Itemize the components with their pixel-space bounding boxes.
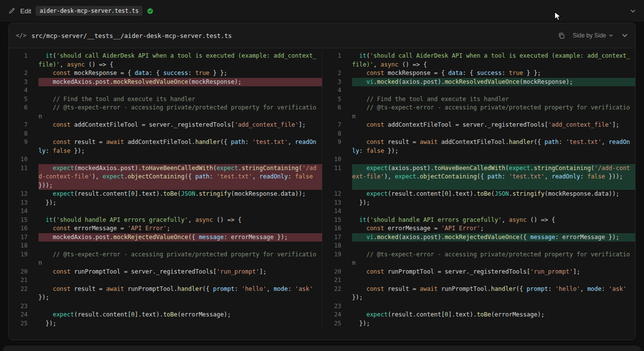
diff-line-right: 12 expect(result.content[0].text).toBe(J… — [322, 190, 635, 199]
diff-line-right: 20 const runPromptTool = server._registe… — [322, 268, 635, 277]
diff-line-right: 16 const errorMessage = 'API Error'; — [322, 224, 635, 233]
diff-line-right: 19 // @ts-expect-error - accessing priva… — [322, 250, 635, 268]
code-line: it('should handle API errors gracefully'… — [352, 216, 635, 225]
line-number: 4 — [322, 86, 352, 95]
line-number: 21 — [322, 276, 352, 285]
diff-row: 20 const runPromptTool = server._registe… — [9, 268, 635, 277]
code-line: expect(mockedAxios.post).toHaveBeenCalle… — [38, 164, 322, 190]
line-number: 7 — [9, 121, 38, 130]
code-line: expect(result.content[0].text).toBe(JSON… — [352, 190, 635, 199]
code-line: // Find the tool and execute its handler — [38, 95, 322, 104]
copy-button[interactable] — [558, 32, 565, 39]
line-number: 11 — [322, 164, 352, 190]
line-number: 8 — [9, 130, 38, 139]
code-line: mockedAxios.post.mockResolvedValueOnce(m… — [38, 78, 322, 87]
diff-row: 24 expect(result.content[0].text).toBe(e… — [9, 311, 635, 319]
code-line — [38, 86, 322, 95]
diff-line-right: 11 expect(axios.post).toHaveBeenCalledWi… — [322, 164, 635, 190]
diff-row: 2323 — [9, 302, 635, 311]
code-line — [352, 86, 635, 95]
diff-line-left: 16 const errorMessage = 'API Error'; — [9, 224, 322, 233]
diff-line-left: 12 expect(result.content[0].text).toBe(J… — [9, 190, 322, 199]
line-number: 15 — [9, 216, 38, 225]
diff-row: 1010 — [9, 155, 635, 164]
code-line: const addContextFileTool = server._regis… — [352, 121, 635, 130]
line-number: 5 — [322, 95, 352, 104]
line-number: 10 — [322, 155, 352, 164]
line-number: 23 — [9, 302, 38, 311]
line-number: 25 — [322, 319, 352, 328]
line-number: 12 — [322, 190, 352, 199]
line-number: 1 — [322, 52, 352, 69]
code-line: const result = await addContextFileTool.… — [352, 138, 635, 155]
code-line — [38, 130, 322, 139]
diff-panel-header: </> src/mcp-server/__tests__/aider-desk-… — [9, 23, 635, 48]
line-number: 22 — [9, 285, 38, 302]
diff-row: 22 const result = await runPromptTool.ha… — [9, 285, 635, 302]
line-number: 13 — [9, 199, 38, 208]
line-number: 20 — [322, 268, 352, 277]
diff-line-left: 22 const result = await runPromptTool.ha… — [9, 285, 322, 302]
code-line: const mockResponse = { data: { success: … — [38, 69, 322, 78]
header-actions: Side by Side — [558, 32, 628, 39]
diff-line-left: 19 // @ts-expect-error - accessing priva… — [9, 250, 322, 268]
diff-line-left: 21 — [9, 276, 322, 285]
line-number: 2 — [322, 69, 352, 78]
diff-row: 88 — [9, 130, 635, 139]
diff-line-left: 4 — [9, 86, 322, 95]
view-mode-dropdown[interactable]: Side by Side — [573, 32, 613, 39]
diff-line-left: 5 // Find the tool and execute its handl… — [9, 95, 322, 104]
code-line: // @ts-expect-error - accessing private/… — [352, 104, 635, 121]
line-number: 13 — [322, 199, 352, 208]
diff-line-right: 3 vi.mocked(axios.post).mockResolvedValu… — [322, 78, 635, 87]
tool-message-header[interactable]: Edit aider-desk-mcp-server.test.ts — [0, 0, 644, 22]
line-number: 21 — [9, 276, 38, 285]
diff-line-right: 15 it('should handle API errors graceful… — [322, 216, 635, 225]
diff-row: 13 });13 }); — [9, 199, 635, 208]
code-line: }); — [38, 199, 322, 208]
line-number: 18 — [322, 242, 352, 250]
line-number: 6 — [322, 104, 352, 121]
line-number: 5 — [9, 95, 38, 104]
code-line: const result = await runPromptTool.handl… — [38, 285, 322, 302]
diff-line-right: 4 — [322, 86, 635, 95]
diff-line-right: 7 const addContextFileTool = server._reg… — [322, 121, 635, 130]
line-number: 16 — [322, 224, 352, 233]
line-number: 19 — [322, 250, 352, 268]
code-line: const errorMessage = 'API Error'; — [38, 224, 322, 233]
diff-body: 1 it('should call AiderDesk API when a t… — [9, 48, 635, 340]
diff-line-left: 6 // @ts-expect-error - accessing privat… — [9, 104, 322, 121]
file-badge: aider-desk-mcp-server.test.ts — [36, 6, 143, 16]
code-icon: </> — [16, 32, 27, 39]
diff-row: 12 expect(result.content[0].text).toBe(J… — [9, 190, 635, 199]
code-line — [352, 242, 635, 250]
diff-line-right: 17 vi.mocked(axios.post).mockRejectedVal… — [322, 233, 635, 242]
diff-line-left: 8 — [9, 130, 322, 139]
line-number: 10 — [9, 155, 38, 164]
diff-line-right: 24 expect(result.content[0].text).toBe(e… — [322, 311, 635, 319]
diff-row: 25 });25 }); — [9, 319, 635, 328]
code-line: // @ts-expect-error - accessing private/… — [38, 250, 322, 268]
line-number: 3 — [9, 78, 38, 87]
bottom-panel-peek — [3, 346, 641, 351]
diff-row: 5 // Find the tool and execute its handl… — [9, 95, 635, 104]
line-number: 12 — [9, 190, 38, 199]
diff-row: 1414 — [9, 207, 635, 216]
code-line — [38, 207, 322, 216]
code-line: expect(axios.post).toHaveBeenCalledWith(… — [352, 164, 635, 190]
diff-line-left: 17 mockedAxios.post.mockRejectedValueOnc… — [9, 233, 322, 242]
diff-line-left: 3 mockedAxios.post.mockResolvedValueOnce… — [9, 78, 322, 87]
line-number: 7 — [322, 121, 352, 130]
file-path: src/mcp-server/__tests__/aider-desk-mcp-… — [32, 32, 232, 39]
diff-line-left: 13 }); — [9, 199, 322, 208]
action-label: Edit — [20, 7, 31, 15]
diff-line-right: 8 — [322, 130, 635, 139]
line-number: 4 — [9, 86, 38, 95]
diff-line-left: 11 expect(mockedAxios.post).toHaveBeenCa… — [9, 164, 322, 190]
collapse-chevron-icon[interactable] — [630, 8, 636, 14]
code-line: const result = await addContextFileTool.… — [38, 138, 322, 155]
panel-collapse-chevron-icon[interactable] — [621, 32, 628, 39]
diff-row: 44 — [9, 86, 635, 95]
diff-line-left: 20 const runPromptTool = server._registe… — [9, 268, 322, 277]
code-line — [38, 242, 322, 250]
